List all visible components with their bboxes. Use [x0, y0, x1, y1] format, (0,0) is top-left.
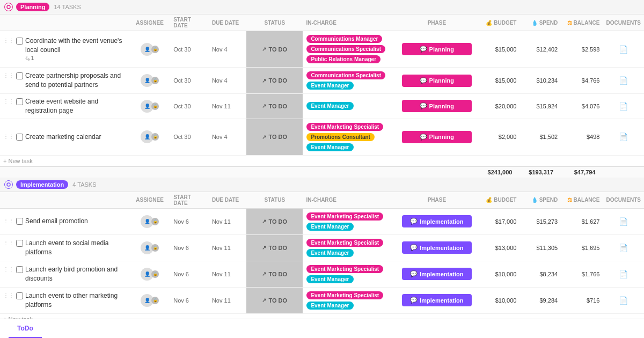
task-name-text: Coordinate with the event venue's local … [25, 36, 126, 55]
task-budget: $17,000 [479, 208, 520, 234]
incharge-tag: Event Marketing Specialist [306, 291, 383, 299]
col-balance-header: ⚖BALANCE [561, 14, 603, 31]
avatar-lock: 🔒 [151, 297, 159, 304]
task-budget: $10,000 [479, 287, 520, 313]
phase-badge: 💬Planning [402, 131, 472, 143]
phase-icon: 💬 [410, 270, 418, 277]
task-balance: $1,695 [561, 234, 603, 261]
task-status[interactable]: ↗TO DO [246, 208, 303, 234]
task-start-date: Oct 30 [170, 31, 209, 68]
implementation-toggle[interactable] [4, 180, 13, 189]
document-icon: 📄 [619, 244, 628, 252]
task-documents[interactable]: 📄 [603, 94, 644, 119]
status-arrow-icon: ↗ [262, 78, 266, 84]
task-budget: $15,000 [479, 31, 520, 68]
phase-text: Planning [429, 77, 454, 84]
incharge-tag: Event Marketing Specialist [306, 239, 383, 247]
task-checkbox[interactable] [16, 72, 23, 79]
col-docs-header: DOCUMENTS [603, 14, 644, 31]
task-phase: 💬Planning [395, 31, 479, 68]
task-incharge: Communications SpecialistEvent Manager [303, 68, 395, 94]
task-checkbox[interactable] [16, 292, 23, 299]
status-text: TO DO [268, 297, 287, 304]
task-spend: $9,284 [519, 287, 561, 313]
implementation-badge: Implementation [16, 180, 68, 189]
col-task-header [0, 14, 129, 31]
task-start-date: Nov 6 [170, 234, 209, 261]
impl-col-due: DUE DATE [209, 192, 246, 209]
table-row: ⋮⋮Create marketing calendar👤🔒Oct 30Nov 4… [0, 119, 644, 155]
task-documents[interactable]: 📄 [603, 208, 644, 234]
phase-badge: 💬Planning [402, 43, 472, 55]
task-assignee: 👤🔒 [129, 94, 170, 119]
status-arrow-icon: ↗ [262, 245, 266, 251]
task-assignee: 👤🔒 [129, 234, 170, 261]
impl-col-incharge: IN-CHARGE [303, 192, 395, 209]
phase-icon: 💬 [410, 244, 418, 251]
task-checkbox[interactable] [16, 266, 23, 273]
phase-text: Implementation [420, 297, 463, 304]
task-checkbox[interactable] [16, 240, 23, 247]
phase-badge: 💬Implementation [402, 294, 472, 306]
incharge-tag: Event Manager [306, 143, 353, 151]
task-due-date: Nov 4 [209, 119, 246, 155]
task-documents[interactable]: 📄 [603, 119, 644, 155]
document-icon: 📄 [619, 45, 628, 54]
planning-header: Planning 14 TASKS [0, 0, 644, 14]
task-status[interactable]: ↗TO DO [246, 31, 303, 68]
task-drag-handle: ⋮⋮ [3, 38, 14, 43]
task-balance: $716 [561, 287, 603, 313]
task-start-date: Nov 6 [170, 208, 209, 234]
task-checkbox[interactable] [16, 218, 23, 225]
task-name-text: Launch event to other marketing platform… [25, 291, 126, 310]
task-documents[interactable]: 📄 [603, 287, 644, 313]
task-status[interactable]: ↗TO DO [246, 287, 303, 313]
impl-col-start: START DATE [170, 192, 209, 209]
bottom-tab-bar: ToDo [0, 319, 644, 338]
incharge-tag: Event Marketing Specialist [306, 212, 383, 221]
phase-text: Implementation [420, 271, 463, 277]
incharge-tag: Public Relations Manager [306, 55, 380, 63]
phase-text: Implementation [420, 245, 463, 251]
task-status[interactable]: ↗TO DO [246, 261, 303, 287]
task-spend: $1,502 [519, 119, 561, 155]
task-documents[interactable]: 📄 [603, 68, 644, 94]
task-due-date: Nov 11 [209, 287, 246, 313]
task-status[interactable]: ↗TO DO [246, 234, 303, 261]
task-assignee: 👤🔒 [129, 119, 170, 155]
task-checkbox[interactable] [16, 98, 23, 105]
task-documents[interactable]: 📄 [603, 31, 644, 68]
task-documents[interactable]: 📄 [603, 234, 644, 261]
task-phase: 💬Planning [395, 119, 479, 155]
phase-badge: 💬Implementation [402, 215, 472, 227]
incharge-tag: Communications Specialist [306, 71, 385, 79]
task-status[interactable]: ↗TO DO [246, 119, 303, 155]
impl-col-task [0, 192, 129, 209]
task-name-text: Create partnership proposals and send to… [25, 71, 126, 90]
task-start-date: Oct 30 [170, 119, 209, 155]
tab-todo[interactable]: ToDo [9, 319, 42, 338]
incharge-tag: Event Manager [306, 82, 353, 90]
task-checkbox[interactable] [16, 38, 23, 45]
task-incharge: Event Marketing SpecialistEvent Manager [303, 287, 395, 313]
task-checkbox[interactable] [16, 134, 23, 141]
task-documents[interactable]: 📄 [603, 261, 644, 287]
planning-toggle[interactable] [4, 3, 13, 11]
task-name-text: Launch event to social media platforms [25, 239, 126, 257]
planning-add-task-btn[interactable]: + New task [3, 158, 475, 164]
task-budget: $20,000 [479, 94, 520, 119]
task-incharge: Event Marketing SpecialistEvent Manager [303, 208, 395, 234]
impl-col-phase: PHASE [395, 192, 479, 209]
task-status[interactable]: ↗TO DO [246, 68, 303, 94]
status-arrow-icon: ↗ [262, 103, 266, 109]
impl-col-status: STATUS [246, 192, 303, 209]
col-phase-header: PHASE [395, 14, 479, 31]
phase-icon: 💬 [420, 134, 427, 141]
task-drag-handle: ⋮⋮ [3, 98, 14, 104]
phase-badge: 💬Implementation [402, 268, 472, 280]
task-drag-handle: ⋮⋮ [3, 218, 14, 224]
table-row: ⋮⋮Create partnership proposals and send … [0, 68, 644, 94]
task-start-date: Nov 6 [170, 261, 209, 287]
task-status[interactable]: ↗TO DO [246, 94, 303, 119]
task-start-date: Nov 6 [170, 287, 209, 313]
